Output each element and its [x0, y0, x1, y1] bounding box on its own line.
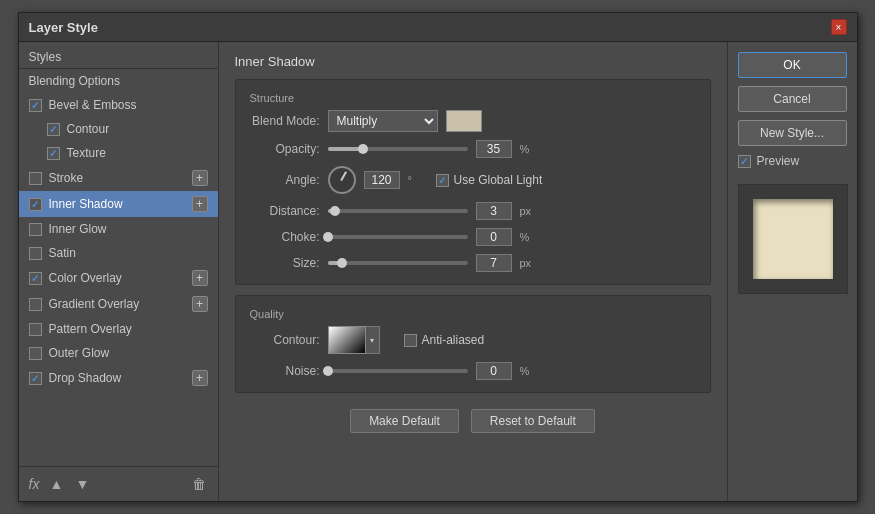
anti-aliased-label: Anti-aliased — [422, 333, 485, 347]
blend-mode-label: Blend Mode: — [250, 114, 320, 128]
bevel-label: Bevel & Emboss — [49, 98, 137, 112]
angle-dial[interactable] — [328, 166, 356, 194]
sidebar-item-texture[interactable]: Texture — [19, 141, 218, 165]
choke-thumb[interactable] — [323, 232, 333, 242]
anti-aliased-checkbox[interactable] — [404, 334, 417, 347]
pattern-overlay-label: Pattern Overlay — [49, 322, 132, 336]
satin-label: Satin — [49, 246, 76, 260]
quality-label: Quality — [250, 308, 696, 320]
left-panel-footer: fx ▲ ▼ 🗑 — [19, 466, 218, 501]
color-overlay-label: Color Overlay — [49, 271, 122, 285]
preview-label-row: Preview — [738, 154, 847, 168]
noise-slider[interactable] — [328, 369, 468, 373]
choke-slider[interactable] — [328, 235, 468, 239]
noise-row: Noise: 0 % — [250, 362, 696, 380]
drop-shadow-label: Drop Shadow — [49, 371, 122, 385]
sidebar-item-inner-shadow[interactable]: Inner Shadow + — [19, 191, 218, 217]
preview-checkbox[interactable] — [738, 155, 751, 168]
dialog-body: Styles Blending Options Bevel & Emboss C… — [19, 42, 857, 501]
gradient-overlay-checkbox[interactable] — [29, 298, 42, 311]
choke-input[interactable]: 0 — [476, 228, 512, 246]
blend-color-swatch[interactable] — [446, 110, 482, 132]
drop-shadow-add-btn[interactable]: + — [192, 370, 208, 386]
noise-input[interactable]: 0 — [476, 362, 512, 380]
sidebar-item-drop-shadow[interactable]: Drop Shadow + — [19, 365, 218, 391]
inner-shadow-checkbox[interactable] — [29, 198, 42, 211]
left-panel: Styles Blending Options Bevel & Emboss C… — [19, 42, 219, 501]
preview-label-text: Preview — [757, 154, 800, 168]
sidebar-item-stroke[interactable]: Stroke + — [19, 165, 218, 191]
stroke-add-btn[interactable]: + — [192, 170, 208, 186]
sidebar-item-pattern-overlay[interactable]: Pattern Overlay — [19, 317, 218, 341]
color-overlay-add-btn[interactable]: + — [192, 270, 208, 286]
sidebar-item-gradient-overlay[interactable]: Gradient Overlay + — [19, 291, 218, 317]
opacity-unit: % — [520, 143, 540, 155]
distance-thumb[interactable] — [330, 206, 340, 216]
contour-dropdown-arrow[interactable]: ▾ — [366, 326, 380, 354]
size-input[interactable]: 7 — [476, 254, 512, 272]
move-down-button[interactable]: ▼ — [73, 475, 91, 493]
distance-input[interactable]: 3 — [476, 202, 512, 220]
outer-glow-checkbox[interactable] — [29, 347, 42, 360]
global-light-checkbox[interactable] — [436, 174, 449, 187]
size-slider[interactable] — [328, 261, 468, 265]
dialog-title: Layer Style — [29, 20, 98, 35]
choke-row: Choke: 0 % — [250, 228, 696, 246]
blend-mode-select[interactable]: Multiply Normal Screen Overlay — [328, 110, 438, 132]
contour-preview-box[interactable] — [328, 326, 366, 354]
color-overlay-checkbox[interactable] — [29, 272, 42, 285]
contour-checkbox[interactable] — [47, 123, 60, 136]
move-up-button[interactable]: ▲ — [47, 475, 65, 493]
opacity-slider[interactable] — [328, 147, 468, 151]
satin-checkbox[interactable] — [29, 247, 42, 260]
pattern-overlay-checkbox[interactable] — [29, 323, 42, 336]
sidebar-item-inner-glow[interactable]: Inner Glow — [19, 217, 218, 241]
make-default-button[interactable]: Make Default — [350, 409, 459, 433]
opacity-label: Opacity: — [250, 142, 320, 156]
texture-label: Texture — [67, 146, 106, 160]
contour-selector[interactable]: ▾ — [328, 326, 380, 354]
opacity-thumb[interactable] — [358, 144, 368, 154]
sidebar-item-color-overlay[interactable]: Color Overlay + — [19, 265, 218, 291]
title-bar: Layer Style × — [19, 13, 857, 42]
size-label: Size: — [250, 256, 320, 270]
structure-section: Structure Blend Mode: Multiply Normal Sc… — [235, 79, 711, 285]
bevel-checkbox[interactable] — [29, 99, 42, 112]
cancel-button[interactable]: Cancel — [738, 86, 847, 112]
inner-glow-checkbox[interactable] — [29, 223, 42, 236]
reset-to-default-button[interactable]: Reset to Default — [471, 409, 595, 433]
drop-shadow-checkbox[interactable] — [29, 372, 42, 385]
sidebar-item-satin[interactable]: Satin — [19, 241, 218, 265]
layer-style-dialog: Layer Style × Styles Blending Options Be… — [18, 12, 858, 502]
size-thumb[interactable] — [337, 258, 347, 268]
gradient-overlay-add-btn[interactable]: + — [192, 296, 208, 312]
style-list: Blending Options Bevel & Emboss Contour … — [19, 69, 218, 466]
angle-input[interactable]: 120 — [364, 171, 400, 189]
sidebar-item-outer-glow[interactable]: Outer Glow — [19, 341, 218, 365]
right-panel: OK Cancel New Style... Preview — [727, 42, 857, 501]
size-row: Size: 7 px — [250, 254, 696, 272]
styles-header: Styles — [19, 42, 218, 69]
preview-inner — [753, 199, 833, 279]
sidebar-item-contour[interactable]: Contour — [19, 117, 218, 141]
sidebar-item-bevel[interactable]: Bevel & Emboss — [19, 93, 218, 117]
noise-unit: % — [520, 365, 540, 377]
sidebar-item-blending[interactable]: Blending Options — [19, 69, 218, 93]
stroke-checkbox[interactable] — [29, 172, 42, 185]
contour-label: Contour — [67, 122, 110, 136]
inner-shadow-add-btn[interactable]: + — [192, 196, 208, 212]
center-panel: Inner Shadow Structure Blend Mode: Multi… — [219, 42, 727, 501]
texture-checkbox[interactable] — [47, 147, 60, 160]
angle-row: Angle: 120 ° Use Global Light — [250, 166, 696, 194]
opacity-input[interactable]: 35 — [476, 140, 512, 158]
delete-button[interactable]: 🗑 — [190, 475, 208, 493]
ok-button[interactable]: OK — [738, 52, 847, 78]
size-unit: px — [520, 257, 540, 269]
gradient-overlay-label: Gradient Overlay — [49, 297, 140, 311]
fx-label: fx — [29, 476, 40, 492]
contour-row: Contour: ▾ Anti-aliased — [250, 326, 696, 354]
distance-slider[interactable] — [328, 209, 468, 213]
noise-thumb[interactable] — [323, 366, 333, 376]
new-style-button[interactable]: New Style... — [738, 120, 847, 146]
close-button[interactable]: × — [831, 19, 847, 35]
